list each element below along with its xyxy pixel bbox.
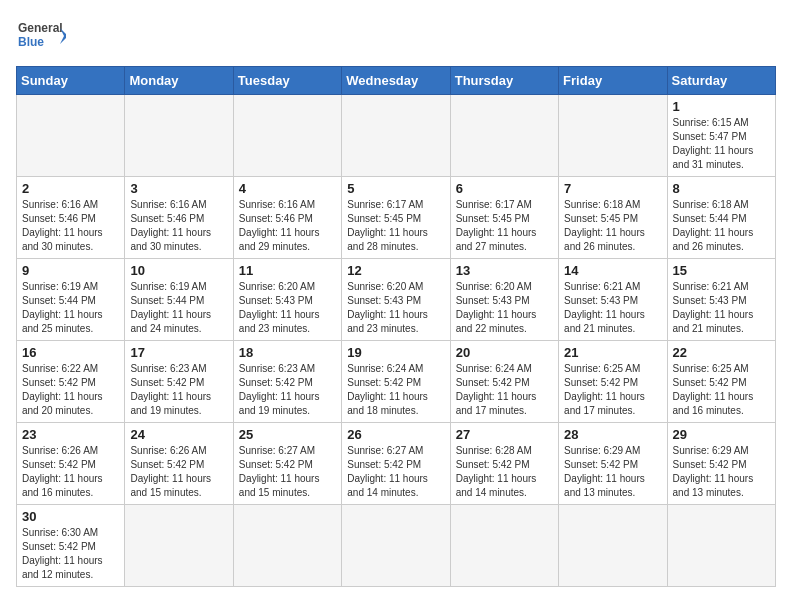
- day-number: 3: [130, 181, 227, 196]
- day-of-week-header: Saturday: [667, 67, 775, 95]
- day-number: 8: [673, 181, 770, 196]
- calendar-day-cell: 29Sunrise: 6:29 AMSunset: 5:42 PMDayligh…: [667, 423, 775, 505]
- day-number: 22: [673, 345, 770, 360]
- day-info: Sunrise: 6:26 AMSunset: 5:42 PMDaylight:…: [130, 444, 227, 500]
- day-info: Sunrise: 6:20 AMSunset: 5:43 PMDaylight:…: [239, 280, 336, 336]
- day-number: 6: [456, 181, 553, 196]
- calendar-week-row: 23Sunrise: 6:26 AMSunset: 5:42 PMDayligh…: [17, 423, 776, 505]
- calendar-table: SundayMondayTuesdayWednesdayThursdayFrid…: [16, 66, 776, 587]
- day-of-week-header: Sunday: [17, 67, 125, 95]
- day-info: Sunrise: 6:29 AMSunset: 5:42 PMDaylight:…: [564, 444, 661, 500]
- calendar-day-cell: [17, 95, 125, 177]
- calendar-day-cell: 16Sunrise: 6:22 AMSunset: 5:42 PMDayligh…: [17, 341, 125, 423]
- page-header: General Blue: [16, 16, 776, 56]
- day-number: 17: [130, 345, 227, 360]
- calendar-week-row: 2Sunrise: 6:16 AMSunset: 5:46 PMDaylight…: [17, 177, 776, 259]
- calendar-day-cell: 10Sunrise: 6:19 AMSunset: 5:44 PMDayligh…: [125, 259, 233, 341]
- day-of-week-header: Friday: [559, 67, 667, 95]
- calendar-day-cell: 19Sunrise: 6:24 AMSunset: 5:42 PMDayligh…: [342, 341, 450, 423]
- calendar-day-cell: [559, 505, 667, 587]
- calendar-day-cell: 9Sunrise: 6:19 AMSunset: 5:44 PMDaylight…: [17, 259, 125, 341]
- day-number: 24: [130, 427, 227, 442]
- svg-text:General: General: [18, 21, 63, 35]
- calendar-day-cell: [450, 505, 558, 587]
- day-number: 18: [239, 345, 336, 360]
- calendar-week-row: 16Sunrise: 6:22 AMSunset: 5:42 PMDayligh…: [17, 341, 776, 423]
- calendar-day-cell: 5Sunrise: 6:17 AMSunset: 5:45 PMDaylight…: [342, 177, 450, 259]
- day-number: 30: [22, 509, 119, 524]
- calendar-day-cell: [125, 95, 233, 177]
- calendar-day-cell: [667, 505, 775, 587]
- calendar-day-cell: 22Sunrise: 6:25 AMSunset: 5:42 PMDayligh…: [667, 341, 775, 423]
- calendar-day-cell: 3Sunrise: 6:16 AMSunset: 5:46 PMDaylight…: [125, 177, 233, 259]
- calendar-day-cell: 4Sunrise: 6:16 AMSunset: 5:46 PMDaylight…: [233, 177, 341, 259]
- day-info: Sunrise: 6:17 AMSunset: 5:45 PMDaylight:…: [347, 198, 444, 254]
- calendar-day-cell: 21Sunrise: 6:25 AMSunset: 5:42 PMDayligh…: [559, 341, 667, 423]
- logo: General Blue: [16, 16, 66, 56]
- day-info: Sunrise: 6:28 AMSunset: 5:42 PMDaylight:…: [456, 444, 553, 500]
- day-info: Sunrise: 6:16 AMSunset: 5:46 PMDaylight:…: [239, 198, 336, 254]
- day-info: Sunrise: 6:18 AMSunset: 5:44 PMDaylight:…: [673, 198, 770, 254]
- day-info: Sunrise: 6:16 AMSunset: 5:46 PMDaylight:…: [22, 198, 119, 254]
- day-info: Sunrise: 6:24 AMSunset: 5:42 PMDaylight:…: [347, 362, 444, 418]
- day-number: 9: [22, 263, 119, 278]
- day-info: Sunrise: 6:15 AMSunset: 5:47 PMDaylight:…: [673, 116, 770, 172]
- logo-svg: General Blue: [16, 16, 66, 56]
- calendar-day-cell: 28Sunrise: 6:29 AMSunset: 5:42 PMDayligh…: [559, 423, 667, 505]
- calendar-day-cell: 2Sunrise: 6:16 AMSunset: 5:46 PMDaylight…: [17, 177, 125, 259]
- calendar-week-row: 1Sunrise: 6:15 AMSunset: 5:47 PMDaylight…: [17, 95, 776, 177]
- day-of-week-header: Thursday: [450, 67, 558, 95]
- day-info: Sunrise: 6:20 AMSunset: 5:43 PMDaylight:…: [456, 280, 553, 336]
- calendar-day-cell: [233, 505, 341, 587]
- calendar-day-cell: 27Sunrise: 6:28 AMSunset: 5:42 PMDayligh…: [450, 423, 558, 505]
- day-info: Sunrise: 6:27 AMSunset: 5:42 PMDaylight:…: [347, 444, 444, 500]
- day-info: Sunrise: 6:23 AMSunset: 5:42 PMDaylight:…: [130, 362, 227, 418]
- day-number: 13: [456, 263, 553, 278]
- day-number: 29: [673, 427, 770, 442]
- day-number: 14: [564, 263, 661, 278]
- day-number: 5: [347, 181, 444, 196]
- day-of-week-header: Monday: [125, 67, 233, 95]
- calendar-day-cell: 6Sunrise: 6:17 AMSunset: 5:45 PMDaylight…: [450, 177, 558, 259]
- day-info: Sunrise: 6:27 AMSunset: 5:42 PMDaylight:…: [239, 444, 336, 500]
- day-info: Sunrise: 6:23 AMSunset: 5:42 PMDaylight:…: [239, 362, 336, 418]
- day-info: Sunrise: 6:29 AMSunset: 5:42 PMDaylight:…: [673, 444, 770, 500]
- calendar-day-cell: 24Sunrise: 6:26 AMSunset: 5:42 PMDayligh…: [125, 423, 233, 505]
- day-number: 27: [456, 427, 553, 442]
- calendar-day-cell: 12Sunrise: 6:20 AMSunset: 5:43 PMDayligh…: [342, 259, 450, 341]
- day-info: Sunrise: 6:19 AMSunset: 5:44 PMDaylight:…: [22, 280, 119, 336]
- day-of-week-header: Wednesday: [342, 67, 450, 95]
- calendar-day-cell: 20Sunrise: 6:24 AMSunset: 5:42 PMDayligh…: [450, 341, 558, 423]
- day-info: Sunrise: 6:26 AMSunset: 5:42 PMDaylight:…: [22, 444, 119, 500]
- calendar-week-row: 9Sunrise: 6:19 AMSunset: 5:44 PMDaylight…: [17, 259, 776, 341]
- day-info: Sunrise: 6:25 AMSunset: 5:42 PMDaylight:…: [564, 362, 661, 418]
- day-number: 25: [239, 427, 336, 442]
- day-of-week-header: Tuesday: [233, 67, 341, 95]
- day-number: 11: [239, 263, 336, 278]
- calendar-day-cell: 7Sunrise: 6:18 AMSunset: 5:45 PMDaylight…: [559, 177, 667, 259]
- day-number: 12: [347, 263, 444, 278]
- calendar-day-cell: [559, 95, 667, 177]
- day-number: 28: [564, 427, 661, 442]
- day-info: Sunrise: 6:21 AMSunset: 5:43 PMDaylight:…: [564, 280, 661, 336]
- day-number: 10: [130, 263, 227, 278]
- calendar-day-cell: 14Sunrise: 6:21 AMSunset: 5:43 PMDayligh…: [559, 259, 667, 341]
- calendar-header-row: SundayMondayTuesdayWednesdayThursdayFrid…: [17, 67, 776, 95]
- day-info: Sunrise: 6:22 AMSunset: 5:42 PMDaylight:…: [22, 362, 119, 418]
- day-info: Sunrise: 6:25 AMSunset: 5:42 PMDaylight:…: [673, 362, 770, 418]
- calendar-day-cell: 25Sunrise: 6:27 AMSunset: 5:42 PMDayligh…: [233, 423, 341, 505]
- calendar-day-cell: 13Sunrise: 6:20 AMSunset: 5:43 PMDayligh…: [450, 259, 558, 341]
- day-number: 2: [22, 181, 119, 196]
- day-number: 1: [673, 99, 770, 114]
- day-number: 16: [22, 345, 119, 360]
- day-info: Sunrise: 6:21 AMSunset: 5:43 PMDaylight:…: [673, 280, 770, 336]
- calendar-day-cell: [342, 505, 450, 587]
- day-number: 21: [564, 345, 661, 360]
- calendar-day-cell: [125, 505, 233, 587]
- day-number: 23: [22, 427, 119, 442]
- calendar-day-cell: [233, 95, 341, 177]
- calendar-day-cell: 11Sunrise: 6:20 AMSunset: 5:43 PMDayligh…: [233, 259, 341, 341]
- day-number: 4: [239, 181, 336, 196]
- calendar-day-cell: [342, 95, 450, 177]
- day-number: 26: [347, 427, 444, 442]
